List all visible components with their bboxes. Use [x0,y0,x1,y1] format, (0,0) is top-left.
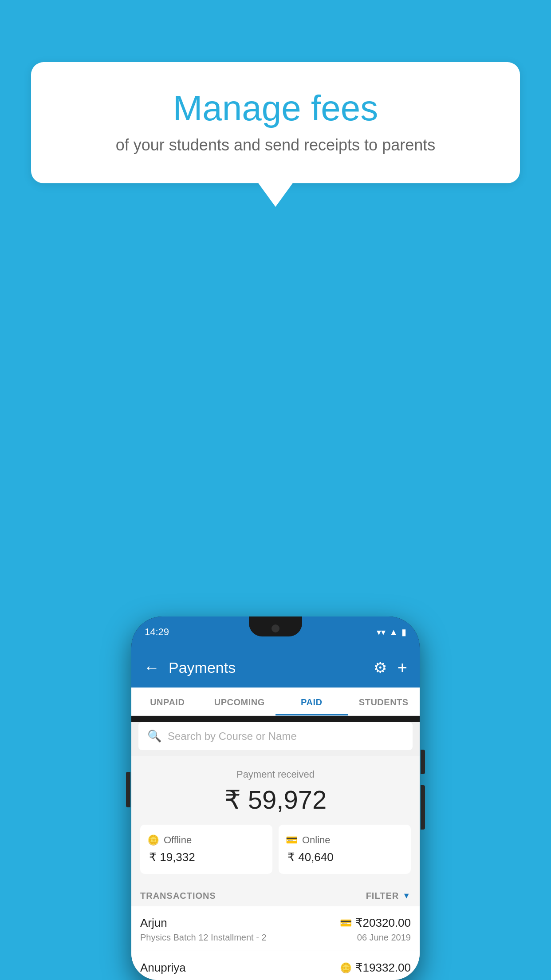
online-amount: ₹ 40,640 [286,850,334,864]
payment-received-label: Payment received [140,769,411,780]
transaction-date: 06 June 2019 [357,933,411,943]
filter-icon: ▼ [402,891,411,901]
phone-container: 14:29 ▾▾ ▲ ▮ ← Payments ⚙ + UNPAID [131,616,420,980]
power-button [421,750,425,774]
speech-bubble: Manage fees of your students and send re… [31,62,520,183]
filter-text: FILTER [366,891,399,901]
status-bar: 14:29 ▾▾ ▲ ▮ [131,616,420,648]
header-right: ⚙ + [374,658,407,677]
status-time: 14:29 [145,626,169,638]
page-title: Payments [169,659,236,676]
payment-section: Payment received ₹ 59,972 🪙 Offline ₹ 19… [131,756,420,883]
offline-icon: 🪙 [147,834,159,846]
battery-icon: ▮ [401,627,406,637]
transactions-label: TRANSACTIONS [140,891,216,901]
transactions-header: TRANSACTIONS FILTER ▼ [131,883,420,906]
filter-button[interactable]: FILTER ▼ [366,891,411,901]
payment-received-amount: ₹ 59,972 [140,785,411,815]
transaction-bottom: Physics Batch 12 Installment - 2 06 June… [140,933,411,943]
status-icons: ▾▾ ▲ ▮ [377,627,406,637]
phone-notch [249,616,302,636]
transaction-detail: Physics Batch 12 Installment - 2 [140,933,267,943]
search-bar[interactable]: 🔍 Search by Course or Name [138,722,413,750]
search-icon: 🔍 [147,729,161,743]
online-card-top: 💳 Online [286,834,331,846]
online-label: Online [302,834,331,846]
table-row[interactable]: Anupriya 🪙 ₹19332.00 [131,951,420,980]
transaction-top: Arjun 💳 ₹20320.00 [140,916,411,930]
settings-icon[interactable]: ⚙ [374,659,387,676]
add-button[interactable]: + [398,658,407,677]
payment-cards: 🪙 Offline ₹ 19,332 💳 Online ₹ 40,640 [140,825,411,874]
partial-amount-wrap: 🪙 ₹19332.00 [340,961,411,975]
offline-label: Offline [164,834,192,846]
online-icon: 💳 [286,834,298,846]
offline-card-top: 🪙 Offline [147,834,192,846]
offline-card: 🪙 Offline ₹ 19,332 [140,825,272,874]
online-payment-icon: 💳 [340,917,352,929]
speech-bubble-title: Manage fees [53,89,498,128]
transaction-name: Anupriya [140,961,186,975]
table-row[interactable]: Arjun 💳 ₹20320.00 Physics Batch 12 Insta… [131,906,420,951]
volume-button [126,772,130,807]
transaction-amount-wrap: 💳 ₹20320.00 [340,916,411,930]
camera-dot [272,624,279,632]
offline-payment-icon: 🪙 [340,962,352,974]
transaction-amount: ₹20320.00 [355,916,411,930]
app-header: ← Payments ⚙ + [131,648,420,688]
offline-amount: ₹ 19,332 [147,850,195,864]
speech-bubble-container: Manage fees of your students and send re… [31,62,520,208]
transaction-amount: ₹19332.00 [355,961,411,975]
screen-content: 🔍 Search by Course or Name Payment recei… [131,722,420,980]
transaction-name: Arjun [140,916,167,930]
speech-bubble-arrow [258,182,293,207]
volume-down-button [421,785,425,830]
tab-students[interactable]: STUDENTS [348,688,420,715]
back-button[interactable]: ← [144,658,160,677]
tabs-container: UNPAID UPCOMING PAID STUDENTS [131,688,420,716]
header-left: ← Payments [144,658,236,677]
tab-unpaid[interactable]: UNPAID [131,688,204,715]
online-card: 💳 Online ₹ 40,640 [279,825,411,874]
phone-frame: 14:29 ▾▾ ▲ ▮ ← Payments ⚙ + UNPAID [131,616,420,980]
wifi-icon: ▾▾ [377,627,386,637]
speech-bubble-subtitle: of your students and send receipts to pa… [53,136,498,154]
tab-upcoming[interactable]: UPCOMING [204,688,276,715]
signal-icon: ▲ [389,627,398,637]
tab-paid[interactable]: PAID [276,688,348,715]
search-input[interactable]: Search by Course or Name [168,730,297,743]
